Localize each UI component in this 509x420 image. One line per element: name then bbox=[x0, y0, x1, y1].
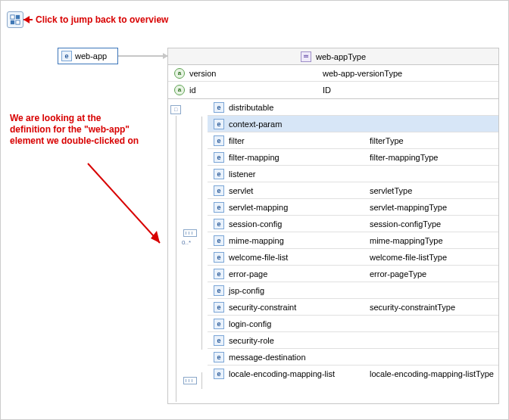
child-type: servletType bbox=[367, 186, 498, 195]
child-element-row[interactable]: elogin-config bbox=[208, 316, 498, 332]
child-name: message-destination bbox=[229, 353, 306, 362]
attribute-row[interactable]: aversionweb-app-versionType bbox=[168, 65, 498, 82]
model-group-icon[interactable] bbox=[183, 377, 197, 384]
child-name: listener bbox=[229, 170, 255, 179]
element-label: web-app bbox=[75, 51, 107, 61]
child-name: servlet-mapping bbox=[229, 203, 288, 212]
child-name: filter-mapping bbox=[229, 153, 279, 162]
child-element-row[interactable]: elistener bbox=[208, 166, 498, 182]
child-name: login-config bbox=[229, 319, 271, 328]
svg-line-4 bbox=[88, 163, 160, 243]
child-element-row[interactable]: esecurity-constraintsecurity-constraintT… bbox=[208, 299, 498, 316]
element-icon: e bbox=[214, 302, 224, 313]
type-panel-header: ⩸ web-appType bbox=[168, 48, 498, 65]
element-icon: e bbox=[214, 202, 224, 213]
child-name: jsp-config bbox=[229, 286, 264, 295]
annotation-top: Click to jump back to overview bbox=[36, 14, 168, 25]
attribute-type: web-app-versionType bbox=[320, 69, 498, 78]
svg-rect-3 bbox=[16, 20, 20, 24]
svg-marker-5 bbox=[151, 231, 160, 243]
child-element-row[interactable]: eservletservletType bbox=[208, 182, 498, 199]
element-icon: e bbox=[214, 235, 224, 246]
child-name: security-constraint bbox=[229, 303, 296, 312]
child-type: error-pageType bbox=[367, 269, 498, 278]
annotation-left: We are looking at the definition for the… bbox=[10, 113, 142, 147]
element-icon: e bbox=[214, 369, 224, 379]
child-element-row[interactable]: eerror-pageerror-pageType bbox=[208, 266, 498, 282]
child-name: servlet bbox=[229, 186, 253, 195]
element-icon: e bbox=[214, 102, 224, 113]
element-icon: e bbox=[214, 252, 224, 263]
child-element-row[interactable]: efilterfilterType bbox=[208, 132, 498, 149]
element-icon: e bbox=[214, 169, 224, 179]
group-sequence-icon[interactable]: □ bbox=[170, 105, 181, 114]
svg-rect-2 bbox=[11, 20, 14, 24]
element-icon: e bbox=[214, 319, 224, 329]
child-name: security-role bbox=[229, 336, 274, 345]
attribute-row[interactable]: aidID bbox=[168, 82, 498, 98]
connector-arrow bbox=[118, 55, 167, 57]
child-element-row[interactable]: econtext-param bbox=[208, 116, 498, 132]
type-title: web-appType bbox=[316, 52, 366, 61]
element-node-webapp[interactable]: e web-app bbox=[58, 48, 118, 64]
element-icon: e bbox=[214, 119, 224, 129]
attribute-type: ID bbox=[320, 86, 498, 95]
child-type: mime-mappingType bbox=[367, 236, 498, 245]
child-name: mime-mapping bbox=[229, 236, 284, 245]
child-type: security-constraintType bbox=[367, 303, 498, 312]
child-name: distributable bbox=[229, 103, 273, 112]
model-group-icon[interactable] bbox=[183, 229, 197, 237]
element-icon: e bbox=[214, 219, 224, 229]
child-type: filter-mappingType bbox=[367, 153, 498, 162]
child-name: filter bbox=[229, 136, 245, 145]
type-panel: ⩸ web-appType aversionweb-app-versionTyp… bbox=[167, 48, 499, 404]
child-type: session-configType bbox=[367, 219, 498, 229]
attribute-icon: a bbox=[174, 68, 185, 79]
attribute-name: version bbox=[189, 69, 216, 78]
occurs-label: 0..* bbox=[182, 239, 191, 246]
child-type: filterType bbox=[367, 136, 498, 145]
element-icon: e bbox=[214, 135, 224, 146]
attribute-name: id bbox=[189, 86, 196, 95]
element-icon: e bbox=[61, 51, 72, 61]
child-element-row[interactable]: esession-configsession-configType bbox=[208, 216, 498, 232]
child-name: welcome-file-list bbox=[229, 253, 288, 262]
child-type: locale-encoding-mapping-listType bbox=[367, 369, 498, 378]
child-element-row[interactable]: edistributable bbox=[208, 99, 498, 116]
complex-type-icon: ⩸ bbox=[301, 51, 311, 62]
child-name: error-page bbox=[229, 269, 267, 278]
child-element-row[interactable]: ejsp-config bbox=[208, 282, 498, 299]
overview-button[interactable] bbox=[7, 11, 23, 28]
annotation-arrow bbox=[84, 160, 175, 250]
child-element-row[interactable]: esecurity-role bbox=[208, 332, 498, 349]
svg-rect-0 bbox=[11, 15, 14, 19]
child-element-row[interactable]: emessage-destination bbox=[208, 349, 498, 366]
child-element-row[interactable]: ewelcome-file-listwelcome-file-listType bbox=[208, 249, 498, 266]
element-icon: e bbox=[214, 352, 224, 362]
element-icon: e bbox=[214, 285, 224, 296]
child-name: locale-encoding-mapping-list bbox=[229, 369, 335, 378]
child-element-row[interactable]: emime-mappingmime-mappingType bbox=[208, 232, 498, 249]
child-name: context-param bbox=[229, 120, 282, 129]
svg-rect-1 bbox=[16, 15, 20, 19]
child-type: servlet-mappingType bbox=[367, 203, 498, 212]
child-element-row[interactable]: eservlet-mappingservlet-mappingType bbox=[208, 199, 498, 216]
child-type: welcome-file-listType bbox=[367, 253, 498, 262]
element-icon: e bbox=[214, 269, 224, 279]
element-icon: e bbox=[214, 335, 224, 346]
attribute-icon: a bbox=[174, 85, 185, 95]
overview-icon bbox=[10, 14, 20, 25]
child-element-row[interactable]: elocale-encoding-mapping-listlocale-enco… bbox=[208, 366, 498, 382]
child-name: session-config bbox=[229, 219, 282, 229]
child-element-row[interactable]: efilter-mappingfilter-mappingType bbox=[208, 149, 498, 166]
element-icon: e bbox=[214, 185, 224, 196]
element-icon: e bbox=[214, 152, 224, 163]
